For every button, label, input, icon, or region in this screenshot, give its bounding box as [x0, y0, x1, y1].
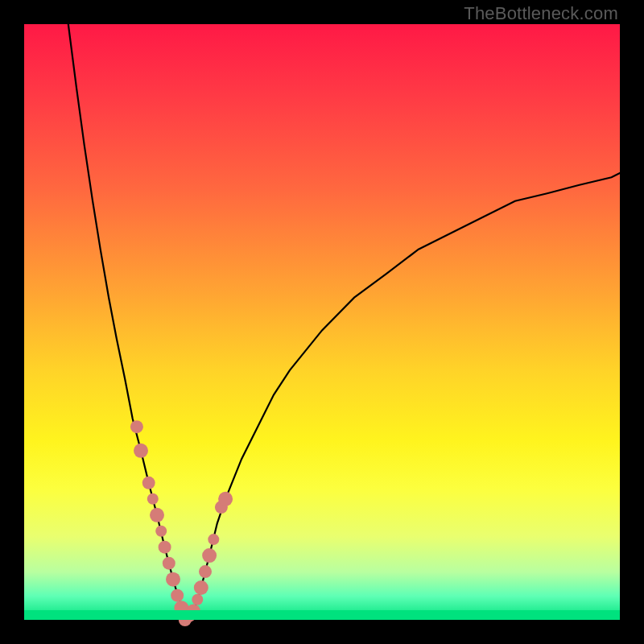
sample-dot	[150, 508, 164, 522]
sample-dot	[159, 541, 171, 554]
sample-dot	[194, 580, 208, 595]
sample-dot	[218, 492, 233, 506]
sample-dot	[199, 565, 212, 578]
sample-dot	[166, 572, 180, 587]
sample-dot	[147, 493, 159, 505]
sample-dot	[155, 526, 167, 537]
sample-dot	[142, 477, 155, 489]
sample-dot	[192, 594, 203, 605]
sample-dot	[208, 534, 219, 545]
green-baseline-strip	[24, 610, 620, 620]
plot-area	[24, 24, 620, 620]
sample-dot	[202, 548, 217, 563]
sample-dot	[163, 557, 175, 570]
bottleneck-curve	[68, 24, 620, 620]
sample-dot	[171, 589, 184, 602]
attribution-text: TheBottleneck.com	[464, 3, 618, 24]
chart-svg	[24, 24, 620, 620]
sample-dot	[134, 444, 148, 458]
chart-frame: TheBottleneck.com	[0, 0, 644, 644]
sample-dot	[130, 420, 143, 433]
